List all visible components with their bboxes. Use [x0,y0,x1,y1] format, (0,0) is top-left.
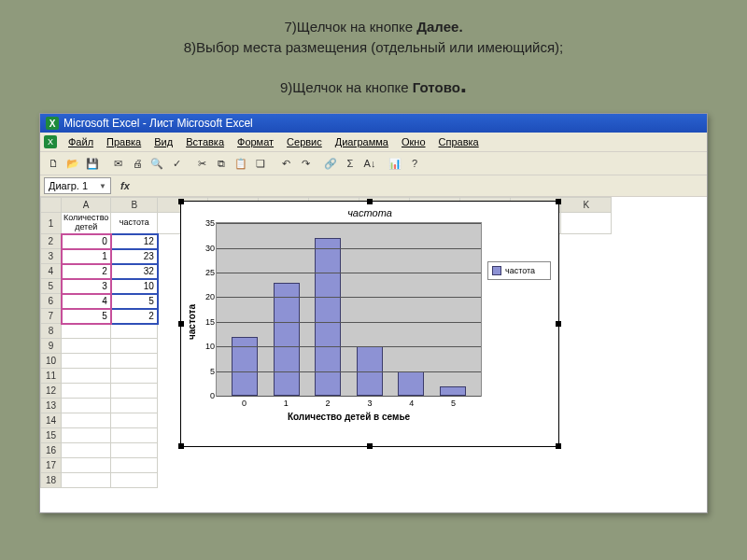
copy-icon[interactable]: ⧉ [212,154,231,173]
menu-format[interactable]: Формат [232,134,279,149]
cell[interactable] [111,443,158,458]
spell-icon[interactable]: ✓ [167,154,186,173]
select-all[interactable] [41,198,62,213]
cell[interactable]: 5 [111,294,158,309]
menu-insert[interactable]: Вставка [180,134,230,149]
resize-handle[interactable] [178,443,184,449]
resize-handle[interactable] [556,199,561,204]
cell[interactable] [62,399,111,413]
menu-file[interactable]: Файл [63,134,99,149]
cell[interactable]: 2 [62,264,111,279]
paste-icon[interactable]: 📋 [232,154,250,173]
chart-legend[interactable]: частота [487,261,551,280]
sum-icon[interactable]: Σ [341,154,359,173]
row-header[interactable]: 16 [41,443,62,458]
bar[interactable] [440,386,466,397]
resize-handle[interactable] [178,199,184,204]
sort-icon[interactable]: A↓ [360,154,379,173]
row-header[interactable]: 4 [41,264,62,279]
menu-view[interactable]: Вид [148,134,178,149]
name-box[interactable]: Диагр. 1 ▼ [44,177,111,194]
resize-handle[interactable] [556,321,561,327]
chart-icon[interactable]: 📊 [386,154,404,173]
cell[interactable]: 12 [111,234,158,249]
cell[interactable] [62,339,111,354]
row-header[interactable]: 3 [41,249,62,264]
cell[interactable] [111,473,158,488]
cell[interactable] [62,384,111,399]
row-header[interactable]: 11 [41,369,62,384]
x-axis-label[interactable]: Количество детей в семье [216,408,482,422]
menu-edit[interactable]: Правка [101,134,147,149]
chevron-down-icon[interactable]: ▼ [99,182,106,190]
row-header[interactable]: 10 [41,354,62,369]
cell[interactable] [111,384,158,399]
row-header[interactable]: 7 [41,309,62,324]
row-header[interactable]: 8 [41,324,62,339]
cell[interactable]: 1 [62,249,111,264]
menu-window[interactable]: Окно [396,134,431,149]
col-header[interactable]: A [62,198,111,213]
cell[interactable]: 0 [62,234,111,249]
cell[interactable]: Количество детей [62,213,111,234]
cell[interactable] [62,413,111,428]
print-icon[interactable]: 🖨 [128,154,147,173]
cell[interactable] [111,458,158,473]
cell[interactable] [111,324,158,339]
chart-title[interactable]: частота [181,202,558,220]
bar[interactable] [232,337,258,396]
cell[interactable] [111,339,158,354]
resize-handle[interactable] [556,443,561,449]
cell[interactable] [62,354,111,369]
cell[interactable] [62,324,111,339]
cell[interactable]: 23 [111,249,158,264]
col-header[interactable]: K [561,198,612,213]
bar[interactable] [315,238,341,396]
row-header[interactable]: 12 [41,384,62,399]
cell[interactable] [62,369,111,384]
cell[interactable] [62,458,111,473]
menu-tools[interactable]: Сервис [281,134,328,149]
resize-handle[interactable] [367,443,373,449]
fx-label[interactable]: fx [115,180,135,191]
bar[interactable] [398,371,424,396]
format-painter-icon[interactable]: ❏ [251,154,270,173]
cell[interactable] [561,213,612,234]
cell[interactable] [111,413,158,428]
menu-chart[interactable]: Диаграмма [330,134,394,149]
preview-icon[interactable]: 🔍 [148,154,166,173]
cell[interactable] [62,443,111,458]
link-icon[interactable]: 🔗 [321,154,340,173]
undo-icon[interactable]: ↶ [276,154,295,173]
cell[interactable] [111,354,158,369]
row-header[interactable]: 5 [41,279,62,294]
open-icon[interactable]: 📂 [63,154,82,173]
mail-icon[interactable]: ✉ [108,154,127,173]
cell[interactable]: частота [111,213,158,234]
chart-object[interactable]: частота частота 05101520253035 012345 Ко… [180,201,559,447]
cell[interactable] [111,369,158,384]
new-icon[interactable]: 🗋 [44,154,63,173]
cell[interactable] [111,428,158,443]
cell[interactable]: 2 [111,309,158,324]
cell[interactable] [62,428,111,443]
redo-icon[interactable]: ↷ [296,154,315,173]
worksheet-area[interactable]: A B C D E F G H I J K 1 Количество детей… [40,197,707,512]
cell[interactable] [111,399,158,413]
row-header[interactable]: 18 [41,473,62,488]
col-header[interactable]: B [111,198,158,213]
cut-icon[interactable]: ✂ [192,154,211,173]
save-icon[interactable]: 💾 [83,154,102,173]
row-header[interactable]: 17 [41,458,62,473]
row-header[interactable]: 2 [41,234,62,249]
cell[interactable]: 4 [62,294,111,309]
resize-handle[interactable] [367,199,373,204]
menu-help[interactable]: Справка [433,134,485,149]
row-header[interactable]: 6 [41,294,62,309]
cell[interactable]: 5 [62,309,111,324]
y-axis-label[interactable]: частота [185,222,199,422]
cell[interactable]: 10 [111,279,158,294]
resize-handle[interactable] [178,321,184,327]
help-icon[interactable]: ? [405,154,424,173]
cell[interactable]: 32 [111,264,158,279]
